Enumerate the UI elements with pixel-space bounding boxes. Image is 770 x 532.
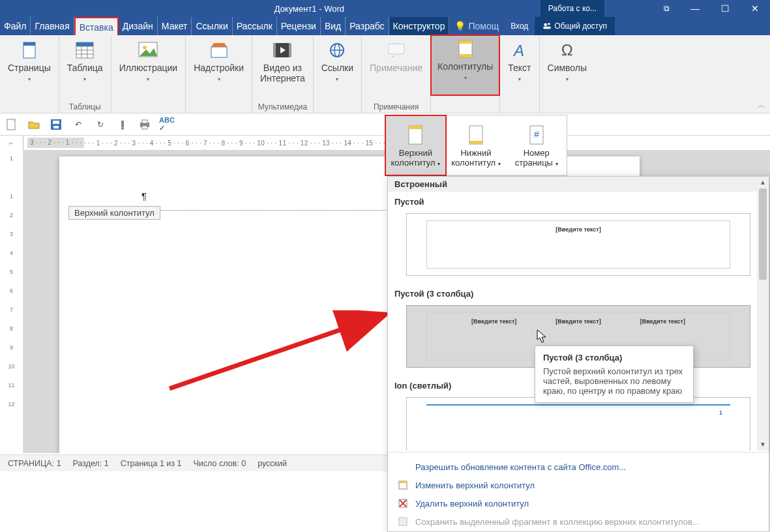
tab-layout[interactable]: Макет bbox=[158, 17, 192, 35]
svg-rect-32 bbox=[121, 121, 124, 127]
contextual-tab-label[interactable]: Работа с ко... bbox=[540, 0, 604, 17]
svg-rect-31 bbox=[53, 126, 59, 128]
ribbon-insert: Страницы▾ Таблица▾ Таблицы Иллюстрации▾ … bbox=[0, 35, 770, 113]
sign-in[interactable]: Вход bbox=[504, 17, 535, 35]
svg-rect-24 bbox=[459, 40, 472, 44]
vertical-ruler[interactable]: 1123456789101112 bbox=[0, 150, 23, 453]
header-icon bbox=[404, 122, 427, 148]
status-section[interactable]: Раздел: 1 bbox=[73, 459, 109, 468]
svg-rect-50 bbox=[399, 518, 407, 525]
close-button[interactable]: ✕ bbox=[740, 0, 770, 17]
minimize-button[interactable]: — bbox=[680, 0, 710, 17]
illustrations-button[interactable]: Иллюстрации▾ bbox=[115, 38, 182, 95]
gallery-label-empty3: Пустой (3 столбца) bbox=[388, 284, 769, 301]
menu-remove-header[interactable]: Удалить верхний колонтитул bbox=[388, 494, 769, 512]
gallery-scrollbar[interactable]: ▲ ▼ bbox=[757, 177, 769, 451]
svg-rect-38 bbox=[409, 126, 422, 129]
headers-footers-button[interactable]: Колонтитулы▾ bbox=[431, 35, 499, 95]
edit-header-icon bbox=[397, 479, 409, 491]
undo-icon[interactable]: ↶ bbox=[72, 118, 85, 131]
cursor-icon bbox=[537, 329, 548, 347]
store-icon bbox=[208, 39, 230, 61]
redo-icon[interactable]: ↻ bbox=[94, 118, 107, 131]
tab-refs[interactable]: Ссылки bbox=[192, 17, 232, 35]
links-button[interactable]: Ссылки▾ bbox=[318, 38, 357, 95]
spell-check-icon[interactable]: ABC✓ bbox=[160, 118, 173, 131]
menu-save-selection: Сохранить выделенный фрагмент в коллекци… bbox=[388, 512, 769, 531]
menu-edit-header[interactable]: Изменить верхний колонтитул bbox=[388, 476, 769, 494]
ribbon-mode-icon[interactable]: ⧉ bbox=[650, 0, 680, 17]
group-tables: Таблица▾ Таблицы bbox=[59, 35, 111, 113]
pagenum-icon: # bbox=[525, 122, 548, 148]
svg-rect-35 bbox=[142, 120, 147, 123]
group-links: Ссылки▾ bbox=[314, 35, 362, 113]
footer-icon bbox=[464, 122, 488, 148]
status-pageof[interactable]: Страница 1 из 1 bbox=[121, 459, 182, 468]
collapse-ribbon-icon[interactable]: ︿ bbox=[758, 100, 765, 110]
link-icon bbox=[326, 39, 348, 61]
tab-design[interactable]: Дизайн bbox=[119, 17, 158, 35]
print-preview-icon[interactable] bbox=[138, 118, 151, 131]
group-media: Видео из Интернета Мультимедиа bbox=[252, 35, 314, 113]
annotation-arrow bbox=[163, 310, 391, 395]
header-button[interactable]: Верхний колонтитул ▾ bbox=[385, 115, 446, 175]
text-button[interactable]: A Текст▾ bbox=[504, 38, 535, 95]
status-lang[interactable]: русский bbox=[258, 459, 287, 468]
gallery-section-builtin: Встроенный bbox=[388, 177, 769, 192]
footer-button[interactable]: Нижний колонтитул ▾ bbox=[446, 115, 507, 175]
svg-point-0 bbox=[544, 23, 548, 27]
share-button[interactable]: Общий доступ bbox=[535, 17, 615, 35]
group-symbols: Ω Символы▾ bbox=[540, 35, 595, 113]
maximize-button[interactable]: ☐ bbox=[710, 0, 740, 17]
scroll-down-icon[interactable]: ▼ bbox=[757, 439, 769, 451]
window-buttons: ⧉ — ☐ ✕ bbox=[650, 0, 770, 17]
status-page[interactable]: СТРАНИЦА: 1 bbox=[8, 459, 61, 468]
svg-rect-11 bbox=[76, 42, 93, 46]
menu-allow-online-update[interactable]: Разрешить обновление контента с сайта Of… bbox=[388, 458, 769, 476]
tab-design-tools[interactable]: Конструктор bbox=[389, 17, 450, 35]
tab-view[interactable]: Вид bbox=[321, 17, 346, 35]
comment-icon bbox=[385, 39, 407, 61]
table-icon bbox=[74, 39, 96, 61]
group-headers: Колонтитулы▾ bbox=[431, 35, 500, 113]
open-icon[interactable] bbox=[27, 118, 40, 131]
scroll-up-icon[interactable]: ▲ bbox=[757, 177, 769, 188]
tab-file[interactable]: Файл bbox=[0, 17, 31, 35]
tab-insert[interactable]: Вставка bbox=[74, 17, 119, 35]
save-icon[interactable] bbox=[50, 118, 63, 131]
status-words[interactable]: Число слов: 0 bbox=[194, 459, 246, 468]
svg-rect-2 bbox=[544, 27, 552, 29]
gallery-footer-menu: Разрешить обновление контента с сайта Of… bbox=[388, 454, 769, 532]
svg-rect-46 bbox=[399, 481, 407, 483]
paragraph-mark: ¶ bbox=[141, 190, 147, 201]
comment-button[interactable]: Примечание bbox=[366, 38, 426, 95]
tab-home[interactable]: Главная bbox=[31, 17, 74, 35]
svg-rect-36 bbox=[142, 126, 147, 129]
gallery-item-empty[interactable]: [Введите текст] bbox=[406, 213, 750, 276]
scroll-thumb[interactable] bbox=[759, 188, 767, 280]
svg-rect-40 bbox=[469, 141, 482, 144]
gallery-item-ion-light[interactable]: 1 bbox=[406, 397, 750, 451]
header-footer-icon bbox=[454, 38, 477, 60]
symbols-button[interactable]: Ω Символы▾ bbox=[544, 38, 591, 95]
tab-dev[interactable]: Разрабс bbox=[346, 17, 389, 35]
tooltip-title: Пустой (3 столбца) bbox=[543, 353, 685, 362]
tooltip: Пустой (3 столбца) Пустой верхний колонт… bbox=[535, 346, 694, 403]
tab-mail[interactable]: Рассылк bbox=[233, 17, 277, 35]
page-number-button[interactable]: # Номер страницы ▾ bbox=[506, 115, 567, 175]
group-addins: Надстройки▾ bbox=[186, 35, 252, 113]
addins-button[interactable]: Надстройки▾ bbox=[190, 38, 248, 95]
pages-button[interactable]: Страницы▾ bbox=[4, 38, 55, 95]
tell-me[interactable]: 💡Помощ bbox=[449, 17, 504, 35]
ribbon-tabs: Файл Главная Вставка Дизайн Макет Ссылки… bbox=[0, 17, 770, 35]
omega-icon: Ω bbox=[556, 39, 578, 61]
tab-review[interactable]: Рецензи bbox=[277, 17, 321, 35]
table-button[interactable]: Таблица▾ bbox=[63, 38, 107, 95]
headers-submenu: Верхний колонтитул ▾ Нижний колонтитул ▾… bbox=[385, 115, 567, 176]
new-doc-icon[interactable] bbox=[5, 118, 18, 131]
touch-mode-icon[interactable] bbox=[116, 118, 129, 131]
online-video-button[interactable]: Видео из Интернета bbox=[256, 38, 309, 95]
tab-selector[interactable]: ⌐ bbox=[0, 136, 23, 150]
save-selection-icon bbox=[397, 516, 409, 527]
svg-rect-17 bbox=[289, 43, 291, 57]
